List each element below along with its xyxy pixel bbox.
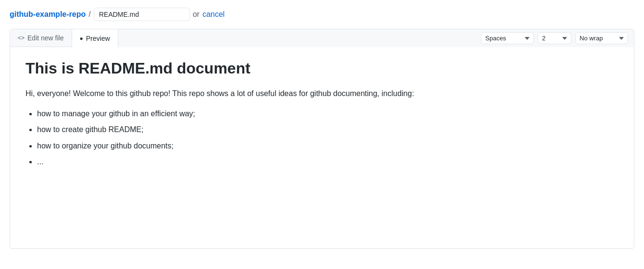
spaces-select[interactable]: Spaces Tabs (481, 32, 534, 44)
tabs-area: <> Edit new file ● Preview (10, 29, 475, 47)
page-container: github-example-repo / or cancel <> Edit … (0, 0, 644, 257)
breadcrumb: github-example-repo / or cancel (10, 8, 634, 21)
indent-select[interactable]: 2 4 8 (538, 32, 571, 44)
toolbar-area: Spaces Tabs 2 4 8 No wrap Soft wrap (475, 29, 634, 47)
preview-heading: This is README.md document (25, 59, 619, 78)
repo-link[interactable]: github-example-repo (10, 10, 86, 19)
list-item: how to organize your github documents; (37, 140, 619, 152)
editor-content: This is README.md document Hi, everyone!… (10, 47, 634, 249)
preview-eye-icon: ● (80, 35, 83, 42)
edit-icon: <> (18, 35, 25, 41)
list-item: ... (37, 156, 619, 168)
breadcrumb-separator: / (88, 10, 90, 19)
list-item: how to manage your github in an efficien… (37, 108, 619, 120)
preview-list: how to manage your github in an efficien… (37, 108, 619, 168)
tab-edit-label: Edit new file (27, 34, 63, 42)
filename-input[interactable] (94, 8, 190, 21)
tab-preview[interactable]: ● Preview (72, 29, 118, 48)
preview-paragraph: Hi, everyone! Welcome to this github rep… (25, 87, 619, 100)
cancel-link[interactable]: cancel (202, 10, 225, 19)
tab-preview-label: Preview (86, 35, 110, 42)
or-text: or (193, 10, 200, 19)
list-item: how to create github README; (37, 123, 619, 136)
wrap-select[interactable]: No wrap Soft wrap (575, 32, 628, 44)
editor-panel: <> Edit new file ● Preview Spaces Tabs 2… (10, 29, 634, 249)
tab-edit[interactable]: <> Edit new file (10, 29, 72, 47)
editor-header: <> Edit new file ● Preview Spaces Tabs 2… (10, 29, 634, 47)
